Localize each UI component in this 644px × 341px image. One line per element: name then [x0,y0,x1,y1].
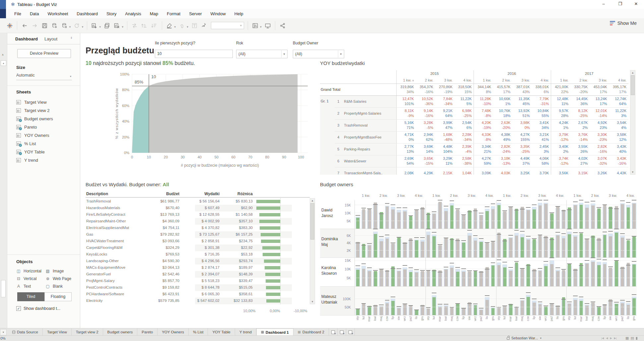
value-bar[interactable] [591,205,595,229]
yoy-quarter[interactable]: 4 kw. [609,77,628,84]
yoy-cell[interactable]: 8,11K-9% [397,107,416,119]
value-bar[interactable] [621,238,624,258]
table-row[interactable]: ElectricalSuppliesandMat$4 754,11$ 4 370… [86,225,310,231]
value-bar[interactable] [368,208,371,229]
month-slot[interactable] [543,287,549,315]
yoy-cell[interactable]: 4,92K23% [590,119,609,131]
month-slot[interactable] [566,287,572,315]
format-link-icon[interactable] [177,21,187,30]
month-slot[interactable] [449,258,455,287]
yoy-cell[interactable]: 10,84K55% [532,107,551,119]
value-bar[interactable] [574,237,577,258]
value-bar[interactable] [615,260,618,287]
value-bar[interactable] [591,236,595,258]
value-bar[interactable] [527,210,530,229]
month-slot[interactable] [525,229,531,258]
value-bar[interactable] [597,208,601,229]
month-slot[interactable] [355,258,361,287]
value-bar[interactable] [403,304,407,315]
value-bar[interactable] [509,206,512,229]
value-bar[interactable] [597,265,601,287]
table-row[interactable]: Keys&Locks$769,53$ 716,35$53,18 [86,251,310,258]
value-bar[interactable] [515,236,518,258]
month-slot[interactable] [549,287,555,315]
value-bar[interactable] [432,297,436,315]
yoy-cell[interactable]: 3,09K [474,167,493,175]
scroll-down-icon[interactable]: ▼ [630,171,635,174]
month-slot[interactable] [578,229,584,258]
month-slot[interactable] [378,200,384,229]
chevron-down-icon[interactable]: ▼ [186,26,189,28]
yoy-cell[interactable]: 354,37K-16% [416,84,435,95]
month-slot[interactable] [578,287,584,315]
value-bar[interactable] [374,234,377,258]
month-slot[interactable] [566,258,572,287]
value-bar[interactable] [615,233,618,258]
month-slot[interactable] [502,229,508,258]
table-row[interactable]: Gas$79 282,92$ 73 125,67$6 157,25 [86,231,310,238]
month-slot[interactable] [602,200,608,229]
month-slot[interactable] [431,258,437,287]
diff-bar[interactable] [261,240,280,243]
month-slot[interactable] [366,200,372,229]
value-bar[interactable] [627,263,630,287]
value-bar[interactable] [533,239,536,258]
sidebar-sheet-y-trend[interactable]: Y trend [16,156,79,164]
yoy-quarter[interactable]: 1 kw. [474,77,493,84]
month-slot[interactable] [455,258,461,287]
value-bar[interactable] [450,205,454,229]
yoy-cell[interactable]: 453,04K17% [590,84,609,95]
diff-bar[interactable] [266,293,280,296]
yoy-cell[interactable]: 3,74K-12% [551,155,570,167]
month-slot[interactable] [596,287,602,315]
month-slot[interactable] [355,229,361,258]
value-bar[interactable] [409,216,413,229]
yoy-cell[interactable]: 2,94K62% [416,131,435,143]
value-bar[interactable] [444,269,448,287]
value-bar[interactable] [515,307,518,315]
menu-item-server[interactable]: Server [185,10,206,18]
yoy-cell[interactable]: 2,67K2% [570,119,590,131]
yoy-cell[interactable]: 330,75K-20% [570,84,590,95]
month-slot[interactable] [625,200,631,229]
month-slot[interactable] [396,287,402,315]
value-bar[interactable] [568,207,571,229]
value-bar[interactable] [574,205,577,229]
month-slot[interactable] [496,258,502,287]
yoy-cell[interactable]: 12,74K64% [609,95,628,107]
value-bar[interactable] [580,233,583,258]
value-bar[interactable] [380,241,383,258]
month-slot[interactable] [584,258,590,287]
grid-view-icon[interactable]: ▦ [625,336,629,340]
yoy-cell[interactable]: 2,69K54% [397,155,416,167]
month-slot[interactable] [537,287,543,315]
month-slot[interactable] [455,287,461,315]
month-slot[interactable] [561,258,567,287]
yoy-cell[interactable]: 3,18K-13% [493,155,512,167]
month-slot[interactable] [473,258,479,287]
yoy-cell[interactable]: 3,65K-15% [416,155,435,167]
value-bar[interactable] [491,241,495,258]
month-slot[interactable] [496,287,502,315]
month-slot[interactable] [508,229,514,258]
month-slot[interactable] [625,258,631,287]
month-slot[interactable] [508,287,514,315]
value-bar[interactable] [444,306,448,315]
yoy-cell[interactable]: 12,47K101% [397,95,416,107]
month-slot[interactable] [437,258,443,287]
budget-col-header[interactable]: Budżet [155,192,179,196]
yoy-cell[interactable]: 4,33K-8% [474,131,493,143]
value-bar[interactable] [627,207,630,229]
share-icon[interactable] [278,21,288,30]
month-slot[interactable] [613,287,619,315]
yoy-quarter[interactable]: 2 kw. [570,77,590,84]
month-slot[interactable] [431,287,437,315]
owner-filter-select[interactable]: (All) ▼ [293,50,344,58]
scroll-up-icon[interactable]: ▲ [310,199,315,202]
value-bar[interactable] [597,307,601,315]
floating-button[interactable]: Floating [44,292,72,301]
yoy-quarter[interactable]: 2 kw. [416,77,435,84]
object-web-page[interactable]: ⊕Web Page [45,275,77,282]
value-bar[interactable] [391,301,395,315]
next-sheet-icon[interactable]: ▶ [610,337,612,340]
